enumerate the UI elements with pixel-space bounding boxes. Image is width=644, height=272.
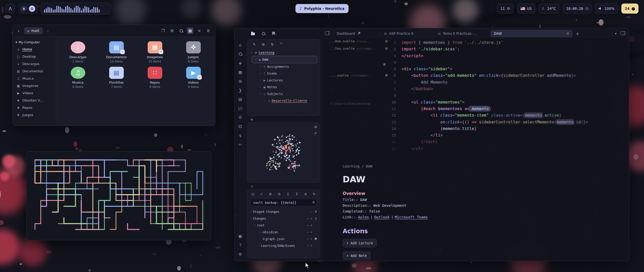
workspace-1-icon[interactable]: ◉ [21,6,27,12]
canvas-icon[interactable]: ▦ [238,70,242,75]
git-row-changes[interactable]: ˅ Changes ↩ + 2 [247,215,320,222]
add-lecture-button[interactable]: + Add Lecture [343,239,377,247]
git-unstage-all-icon[interactable]: ⊖ [278,192,280,196]
clear-input-icon[interactable]: ⊗ [312,200,315,204]
currency-icon[interactable]: $ [239,133,242,138]
tab-daw-active[interactable]: DAW × [491,30,573,37]
close-tab-icon[interactable]: × [566,31,569,36]
workspace-2-icon[interactable]: ▤ [29,6,35,12]
updates-widget[interactable]: 11 ⚙ [497,4,513,14]
git-commit-icon[interactable]: ✓ [260,192,263,196]
git-refresh-icon[interactable]: ↻ [313,192,316,196]
random-note-icon[interactable]: ⚃ [238,124,242,129]
search-tab-icon[interactable] [262,31,265,36]
sidebar-item-documentos[interactable]: ▤Documentos [13,67,56,75]
graph-brush-icon[interactable]: ✐ [314,131,317,135]
list-view-button[interactable]: ≡ [196,27,203,34]
graph-settings-icon[interactable]: ⚙ [314,125,317,129]
folder-tile-plantillas[interactable]: ▤↗ Plantillas 7 items [97,67,136,89]
graph-pane-icon[interactable]: ◈ [251,117,253,121]
launcher-button[interactable]: Λ [6,4,15,13]
tree-item-lectures[interactable]: › ▶ Lectures [247,77,320,84]
kanban-icon[interactable]: ▤ [238,97,242,102]
git-row-root[interactable]: ˅ root ↩ + [247,222,320,229]
editor-pane[interactable]: ...One.sveltesrc\co...U...Two.sveltesrc\… [323,39,629,261]
commit-message-input[interactable] [250,199,317,206]
folder-tile-videos[interactable]: ▶↗ Videos 4 items [174,67,213,89]
back-button[interactable]: ‹ [16,28,21,34]
link-aules[interactable]: Aules [358,215,369,219]
tree-item-daw-selected[interactable]: ˅ ✪ DAW [252,56,317,63]
clock-widget[interactable]: 18:08:28 ◷ [563,4,592,14]
calendar-icon[interactable]: ⊞ [238,79,242,84]
sidebar-item-descargas[interactable]: ↓Descargas [13,60,56,67]
weather-widget[interactable]: ☾ 24°C [539,4,559,14]
vault-switcher-icon[interactable]: ▣ [238,233,242,239]
new-folder-icon[interactable]: ⊞ [169,27,175,34]
forward-button[interactable]: › [45,28,50,34]
sidebar-item-juegos[interactable]: ❖Juegos [13,111,56,119]
help-icon[interactable]: ? [239,243,242,248]
tab-dashboard[interactable]: Dashboard [333,30,378,37]
now-playing-widget[interactable]: ♪ Polyphia - Neurotica [295,4,348,13]
new-note-icon[interactable]: ✎ [253,42,256,46]
add-note-button[interactable]: + Add Note [343,251,371,260]
tab-list-chevron-icon[interactable]: ▾ [615,31,617,36]
breadcrumb[interactable]: ⌂ matt [24,27,43,34]
quick-switcher-icon[interactable]: ◈ [239,60,242,66]
new-tab-icon[interactable]: ❐ [160,27,166,34]
tree-item-exams[interactable]: › ! Exams [247,70,320,77]
git-push-icon[interactable]: ↥ [287,192,289,196]
bookmarks-tab-icon[interactable] [272,31,275,36]
git-row-staged-changes[interactable]: ˅ Staged Changes — 0 [247,208,320,215]
sidebar-toggle-icon[interactable] [325,31,330,36]
tree-item-learning[interactable]: ˅ ❖ Learning [247,49,320,56]
folder-tile-imagenes[interactable]: ▦↗ Imagenes 10 items [136,41,174,63]
tree-item-notes[interactable]: › ▤ Notes [247,84,320,90]
link-microsoft-teams[interactable]: Microsoft Teams [395,215,428,219]
git-row-graph-json[interactable]: ▤ graph.json ↩ + M [247,235,320,242]
git-stage-all-icon[interactable]: ⊕ [269,192,272,196]
sidebar-item-repos[interactable]: ❖Repos [13,104,56,111]
terminal-icon[interactable]: ❯ [238,88,242,93]
screenshot-icon[interactable]: ✇ [238,115,242,120]
collapse-all-icon[interactable]: ^ [280,42,283,46]
link-outlook[interactable]: Outlook [374,215,390,219]
sidebar-item-musica[interactable]: ♫Musica [13,75,56,82]
new-tab-button[interactable]: + [576,31,579,36]
git-row-learning-daw-exams[interactable]: ˅ Learning/DAW/Exams ↩ + [247,242,320,249]
sidebar-item-imagenes[interactable]: ▦Imagenes [13,82,56,89]
settings-icon[interactable]: ⚙ [238,252,242,257]
workspace-switcher[interactable]: ◉ ▤ [18,4,37,14]
git-pane-icon[interactable]: ± [251,184,253,188]
folder-tile-documentos[interactable]: ▤↗ Documentos 14 items [97,41,136,63]
right-sidebar-toggle-icon[interactable] [621,31,625,36]
sort-icon[interactable]: ⇅ [271,42,274,46]
volume-widget[interactable]: 100% [595,4,618,14]
tab-asp-practice-6[interactable]: ▤ ASP Practice 6 [381,30,431,37]
graph-view[interactable] [249,124,319,181]
folder-tile-juegos[interactable]: ✜↗ Juegos 8 items [174,41,213,63]
folder-tile-descargas[interactable]: ↓↗ Descargas 2 items [59,41,97,63]
folder-tile-repos[interactable]: ∷↗ Repos 6 items [136,67,174,89]
sidebar-item-desktop[interactable]: ▢Desktop [13,53,56,60]
search-icon[interactable] [239,51,242,57]
home-icon[interactable]: ⌂ [239,42,242,48]
tab-tema-6-practicas[interactable]: ▤ Tema 6 Prácticas -… [435,30,489,37]
sidebar-section-header[interactable]: ▾ My Computer [13,39,56,46]
search-icon[interactable] [178,27,184,34]
grid-view-button[interactable]: ▦ [187,27,193,34]
file-explorer-tab-icon[interactable] [251,31,255,36]
tree-item-subjects[interactable]: ˅ ❏ Subjects [247,90,320,97]
notifications-widget[interactable]: 24 [621,4,638,14]
menu-icon[interactable]: ≣ [205,27,212,34]
git-list-icon[interactable]: ≡ [304,192,307,196]
sidebar-item-home[interactable]: ⌂Home [13,46,56,53]
new-folder-icon[interactable]: ⊞ [262,42,265,46]
tree-item-assignments[interactable]: › ✎ Assignments [247,63,320,70]
tree-item-desarrollo-cliente[interactable]: › ✦ Desarrollo-Cliente [247,97,320,104]
folder-tile-musica[interactable]: ♫↗ Musica 6 items [59,67,97,89]
keyboard-layout-widget[interactable]: US [517,4,535,14]
sidebar-item-videos[interactable]: ▶Videos [13,89,56,97]
git-history-icon[interactable]: ◷ [251,192,254,196]
